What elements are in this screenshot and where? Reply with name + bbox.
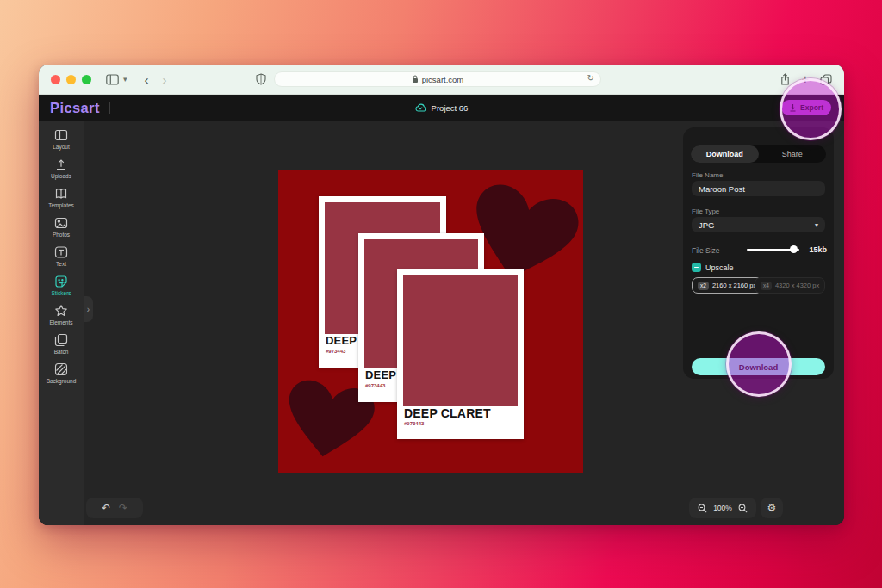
sidebar-item-batch[interactable]: Batch [39,333,84,362]
file-type-label: File Type [692,207,719,215]
export-tabbar: Download Share [691,145,826,163]
browser-window: ▾ ‹ › picsart.com ↻ + [39,65,844,525]
file-size-value: 15kb [809,245,827,254]
export-panel: Download Share File Name Maroon Post Fil… [683,127,834,379]
sidebar-item-text[interactable]: Text [39,245,84,275]
tools-sidebar: Layout Uploads Templates [39,121,84,525]
history-bar: ↶ ↷ [86,498,143,518]
download-button[interactable]: Download [692,358,825,375]
sidebar-item-elements[interactable]: Elements [39,304,84,333]
upscale-option-4x[interactable]: x4 4320 x 4320 px [755,277,825,294]
editor-body: Layout Uploads Templates [39,121,844,525]
file-type-select[interactable]: JPG ▾ [692,217,825,232]
color-card-hex: #973443 [326,349,345,354]
chevron-down-icon[interactable]: ▾ [123,76,127,84]
share-icon[interactable] [780,73,791,85]
background-icon [54,362,68,376]
tab-share[interactable]: Share [759,145,827,163]
text-icon [54,245,68,259]
minimize-window-button[interactable] [66,75,76,84]
upload-icon [54,158,68,171]
sidebar-toggle-icon[interactable] [106,74,119,85]
privacy-shield-icon[interactable] [256,73,266,85]
stickers-icon [54,275,68,288]
zoom-out-icon[interactable] [698,504,707,513]
download-arrow-icon [789,103,797,112]
upscale-checkbox[interactable] [692,263,701,272]
sidebar-expand-handle[interactable]: › [84,296,93,322]
upscale-dimensions: 4320 x 4320 px [775,282,819,289]
close-window-button[interactable] [51,75,60,84]
cloud-sync-icon [415,103,426,112]
browser-chrome: ▾ ‹ › picsart.com ↻ + [39,65,844,95]
zoom-in-icon[interactable] [738,504,748,513]
upscale-label: Upscale [705,263,734,272]
color-card-name: DEEP [326,334,357,347]
forward-button[interactable]: › [163,73,167,86]
file-name-input[interactable]: Maroon Post [692,181,825,196]
sidebar-item-layout[interactable]: Layout [39,128,84,158]
upscale-badge: x2 [698,282,709,290]
file-size-label: File Size [692,246,720,255]
templates-icon [54,187,68,201]
color-card-hex: #973443 [404,421,424,426]
design-canvas[interactable]: DEEP #973443 DEEP #973443 DEEP CLARET #9… [278,170,583,473]
header-divider [109,102,110,114]
editor-header: Picsart Project 66 Export [39,95,844,121]
zoom-bar: 100% [689,498,756,518]
elements-star-icon [54,304,68,318]
chevron-down-icon: ▾ [815,221,818,229]
new-tab-icon[interactable]: + [802,73,809,85]
redo-button[interactable]: ↷ [119,503,127,513]
file-name-label: File Name [692,171,723,179]
upscale-dimensions: 2160 x 2160 px [712,282,756,289]
color-swatch [403,275,518,406]
photos-icon [54,216,68,230]
layout-icon [54,128,68,142]
color-card-front[interactable]: DEEP CLARET #973443 [397,269,524,439]
batch-icon [54,333,68,347]
file-size-slider-thumb[interactable] [790,245,798,253]
maximize-window-button[interactable] [82,75,91,84]
export-button[interactable]: Export [781,100,831,115]
project-title-text: Project 66 [432,103,469,113]
settings-button[interactable]: ⚙ [761,498,783,518]
sidebar-item-uploads[interactable]: Uploads [39,158,84,187]
color-card-name: DEEP [365,368,396,381]
sidebar-item-stickers[interactable]: Stickers [39,275,84,304]
export-button-label: Export [800,103,823,112]
sidebar-item-background[interactable]: Background [39,362,84,392]
sidebar-item-photos[interactable]: Photos [39,216,84,245]
undo-button[interactable]: ↶ [102,503,110,513]
tab-download[interactable]: Download [691,145,759,163]
address-bar[interactable]: picsart.com ↻ [274,71,601,87]
picsart-logo: Picsart [50,100,100,116]
lock-icon [412,75,419,84]
window-controls [51,75,91,84]
project-title[interactable]: Project 66 [415,103,469,113]
file-type-value: JPG [699,220,714,230]
color-card-name: DEEP CLARET [404,406,491,420]
gear-icon: ⚙ [767,503,777,513]
picsart-editor: Picsart Project 66 Export [39,95,844,525]
url-text: picsart.com [422,75,464,84]
upscale-badge: x4 [761,282,772,290]
zoom-level[interactable]: 100% [713,504,732,512]
sidebar-item-templates[interactable]: Templates [39,187,84,216]
back-button[interactable]: ‹ [145,73,149,86]
reload-icon[interactable]: ↻ [587,73,594,83]
upscale-option-2x[interactable]: x2 2160 x 2160 px [692,277,762,294]
tab-overview-icon[interactable] [820,74,832,85]
color-card-hex: #973443 [365,383,385,388]
